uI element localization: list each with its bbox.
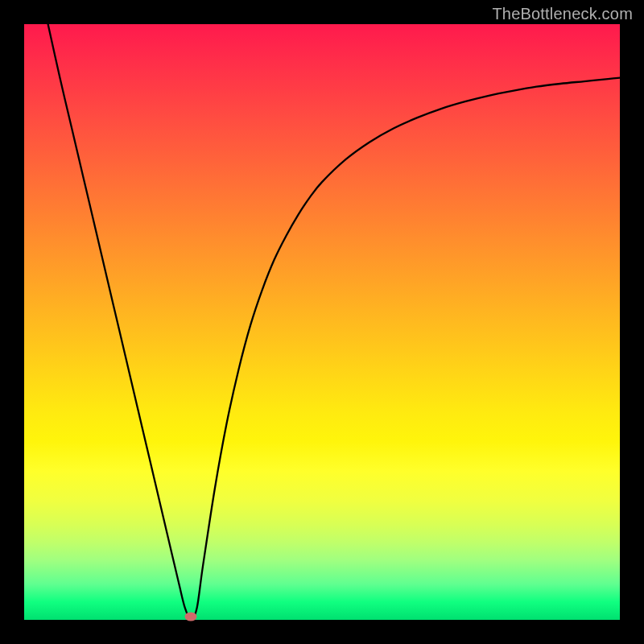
bottleneck-curve — [48, 24, 620, 620]
plot-area — [24, 24, 620, 620]
minimum-marker — [185, 613, 197, 621]
chart-frame: TheBottleneck.com — [0, 0, 644, 644]
watermark-text: TheBottleneck.com — [492, 5, 633, 23]
curve-svg — [24, 24, 620, 620]
